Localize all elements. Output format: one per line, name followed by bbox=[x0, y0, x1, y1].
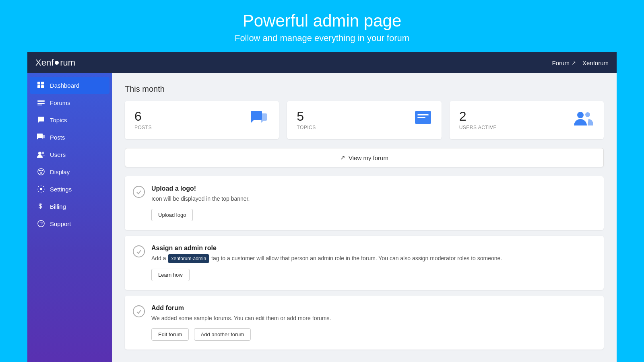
sidebar-item-billing[interactable]: $ Billing bbox=[30, 198, 109, 215]
external-link-icon: ↗ bbox=[572, 60, 576, 66]
task-title-upload-logo: Upload a logo! bbox=[151, 185, 594, 192]
svg-point-11 bbox=[39, 170, 41, 171]
app-shell: Xenf rum Forum ↗ Xenforum bbox=[27, 52, 617, 362]
stat-topics-number: 5 bbox=[297, 110, 316, 123]
stats-row: 6 POSTS 5 TOPICS bbox=[125, 101, 604, 139]
sidebar-item-support[interactable]: ? Support bbox=[30, 215, 109, 232]
svg-text:?: ? bbox=[40, 221, 43, 226]
stat-card-users: 2 USERS ACTIVE bbox=[450, 101, 604, 139]
main-content: This month 6 POSTS bbox=[112, 73, 617, 362]
forum-link-text: Forum bbox=[552, 60, 570, 66]
svg-point-22 bbox=[585, 112, 590, 117]
upload-logo-button[interactable]: Upload logo bbox=[151, 209, 193, 221]
svg-rect-2 bbox=[37, 85, 40, 88]
svg-rect-5 bbox=[37, 101, 45, 102]
task-card-add-forum: Add forum We added some sample forums. Y… bbox=[125, 296, 604, 350]
task-title-assign-admin: Assign an admin role bbox=[151, 245, 594, 252]
hero-section: Powerful admin page Follow and manage ev… bbox=[0, 0, 644, 52]
sidebar: Dashboard Forums bbox=[27, 73, 112, 362]
brand-text: Xenf bbox=[35, 58, 54, 68]
svg-rect-1 bbox=[41, 82, 44, 84]
brand-dot bbox=[55, 61, 59, 65]
settings-icon bbox=[37, 185, 45, 193]
dashboard-icon bbox=[37, 81, 45, 89]
main-area: Dashboard Forums bbox=[27, 73, 617, 362]
stat-users-number: 2 bbox=[459, 110, 497, 123]
task-desc-upload-logo: Icon will be displayed in the top banner… bbox=[151, 195, 594, 203]
users-icon bbox=[37, 150, 45, 158]
hero-title: Powerful admin page bbox=[0, 11, 644, 31]
stat-posts-info: 6 POSTS bbox=[134, 110, 152, 130]
topics-stat-icon bbox=[414, 110, 432, 130]
svg-point-9 bbox=[42, 152, 44, 154]
sidebar-item-settings[interactable]: Settings bbox=[30, 181, 109, 197]
forums-icon bbox=[37, 99, 45, 107]
svg-point-21 bbox=[577, 112, 584, 118]
sidebar-label-billing: Billing bbox=[50, 203, 66, 210]
svg-point-10 bbox=[38, 169, 44, 175]
svg-rect-20 bbox=[417, 117, 425, 118]
navbar: Xenf rum Forum ↗ Xenforum bbox=[27, 52, 617, 73]
billing-icon: $ bbox=[37, 202, 45, 210]
svg-rect-6 bbox=[37, 103, 45, 104]
task-buttons-add-forum: Edit forum Add another forum bbox=[151, 328, 594, 341]
posts-icon bbox=[37, 133, 45, 141]
sidebar-item-topics[interactable]: Topics bbox=[30, 111, 109, 128]
task-desc-add-forum: We added some sample forums. You can edi… bbox=[151, 314, 594, 323]
sidebar-label-posts: Posts bbox=[50, 134, 65, 141]
sidebar-item-posts[interactable]: Posts bbox=[30, 129, 109, 146]
sidebar-label-topics: Topics bbox=[50, 117, 67, 123]
task-card-upload-logo: Upload a logo! Icon will be displayed in… bbox=[125, 176, 604, 230]
add-another-forum-button[interactable]: Add another forum bbox=[194, 328, 251, 341]
posts-stat-icon bbox=[250, 110, 269, 130]
stat-card-topics: 5 TOPICS bbox=[287, 101, 441, 139]
view-forum-icon: ↗ bbox=[340, 154, 345, 161]
display-icon bbox=[37, 168, 45, 176]
support-icon: ? bbox=[37, 220, 45, 228]
svg-rect-7 bbox=[37, 105, 42, 105]
task-desc-assign-admin: Add a xenforum-admin tag to a customer w… bbox=[151, 254, 594, 263]
task-check-assign-admin bbox=[133, 245, 145, 257]
navbar-right: Forum ↗ Xenforum bbox=[552, 60, 609, 66]
topics-icon bbox=[37, 116, 45, 124]
svg-point-12 bbox=[41, 170, 43, 171]
sidebar-item-users[interactable]: Users bbox=[30, 146, 109, 163]
task-body-upload-logo: Upload a logo! Icon will be displayed in… bbox=[151, 185, 594, 221]
task-card-assign-admin: Assign an admin role Add a xenforum-admi… bbox=[125, 236, 604, 290]
svg-rect-3 bbox=[41, 85, 44, 88]
sidebar-label-support: Support bbox=[50, 220, 71, 227]
svg-rect-4 bbox=[37, 100, 45, 101]
desc-after: tag to a customer will allow that person… bbox=[210, 255, 502, 261]
learn-how-button[interactable]: Learn how bbox=[151, 269, 190, 281]
section-title: This month bbox=[125, 84, 604, 94]
stat-users-label: USERS ACTIVE bbox=[459, 125, 497, 130]
task-body-add-forum: Add forum We added some sample forums. Y… bbox=[151, 304, 594, 341]
view-forum-label: View my forum bbox=[349, 154, 388, 161]
svg-point-14 bbox=[40, 188, 42, 190]
desc-before: Add a bbox=[151, 255, 167, 261]
sidebar-label-settings: Settings bbox=[50, 186, 72, 193]
navbar-username: Xenforum bbox=[582, 60, 609, 66]
view-forum-button[interactable]: ↗ View my forum bbox=[125, 148, 604, 167]
admin-tag: xenforum-admin bbox=[168, 254, 209, 263]
users-stat-icon bbox=[573, 111, 594, 129]
sidebar-item-display[interactable]: Display bbox=[30, 163, 109, 180]
stat-users-info: 2 USERS ACTIVE bbox=[459, 110, 497, 130]
svg-text:$: $ bbox=[39, 203, 42, 210]
forum-link[interactable]: Forum ↗ bbox=[552, 60, 576, 66]
task-title-add-forum: Add forum bbox=[151, 304, 594, 312]
sidebar-item-dashboard[interactable]: Dashboard bbox=[30, 77, 109, 94]
edit-forum-button[interactable]: Edit forum bbox=[151, 328, 189, 341]
task-check-upload-logo bbox=[133, 186, 145, 198]
hero-subtitle: Follow and manage everything in your for… bbox=[0, 33, 644, 43]
task-body-assign-admin: Assign an admin role Add a xenforum-admi… bbox=[151, 245, 594, 281]
stat-topics-info: 5 TOPICS bbox=[297, 110, 316, 130]
sidebar-item-forums[interactable]: Forums bbox=[30, 94, 109, 111]
svg-rect-19 bbox=[417, 114, 429, 115]
stat-posts-number: 6 bbox=[134, 110, 152, 123]
sidebar-label-dashboard: Dashboard bbox=[50, 82, 79, 89]
navbar-brand: Xenf rum bbox=[35, 58, 75, 68]
stat-posts-label: POSTS bbox=[134, 125, 152, 130]
sidebar-label-forums: Forums bbox=[50, 99, 70, 106]
sidebar-label-users: Users bbox=[50, 151, 66, 158]
